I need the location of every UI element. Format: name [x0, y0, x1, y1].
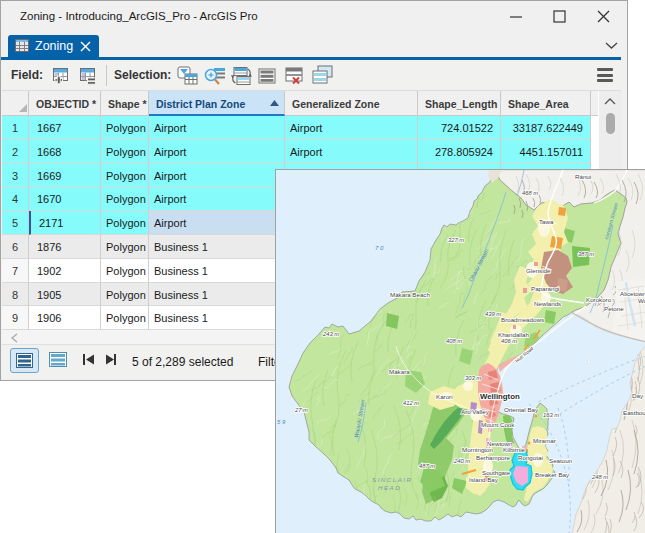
svg-text:Karori: Karori — [436, 393, 453, 400]
svg-text:5 9: 5 9 — [277, 419, 286, 425]
svg-text:Khandallah: Khandallah — [498, 331, 530, 338]
svg-text:Broadmeadows: Broadmeadows — [501, 316, 544, 323]
svg-text:406 m: 406 m — [501, 338, 517, 344]
svg-text:SINCLAIR: SINCLAIR — [372, 476, 413, 483]
svg-text:412 m: 412 m — [403, 400, 419, 406]
svg-text:387 m: 387 m — [578, 251, 594, 257]
svg-text:408 m: 408 m — [446, 338, 462, 344]
svg-text:487 m: 487 m — [419, 463, 435, 469]
svg-text:Day: Day — [632, 392, 644, 399]
svg-text:Kilbirnie: Kilbirnie — [503, 446, 526, 453]
svg-text:303 m: 303 m — [465, 375, 481, 381]
svg-text:Glenside: Glenside — [526, 267, 551, 274]
svg-text:240 m: 240 m — [453, 458, 470, 464]
svg-text:Newlands: Newlands — [534, 300, 561, 307]
svg-text:Eastbou: Eastbou — [623, 409, 645, 416]
svg-text:7 0: 7 0 — [375, 245, 384, 251]
svg-text:327 m: 327 m — [448, 237, 464, 243]
svg-text:Rongotai: Rongotai — [518, 454, 543, 461]
svg-text:27 m: 27 m — [294, 407, 308, 413]
svg-text:Korokoro: Korokoro — [586, 296, 612, 303]
svg-text:Southgate: Southgate — [482, 469, 511, 476]
svg-text:Rānui: Rānui — [575, 173, 591, 180]
svg-text:Paparangi: Paparangi — [531, 285, 559, 292]
svg-text:Oriental Bay: Oriental Bay — [504, 406, 539, 413]
svg-text:Miramar: Miramar — [533, 437, 556, 444]
svg-text:HEAD: HEAD — [378, 484, 401, 491]
svg-text:Breaker Bay: Breaker Bay — [535, 471, 570, 478]
svg-text:Alicetown: Alicetown — [620, 290, 645, 297]
svg-text:Aro Valley: Aro Valley — [461, 408, 490, 415]
svg-text:Tawa: Tawa — [539, 218, 554, 225]
svg-text:Island Bay: Island Bay — [469, 476, 499, 483]
svg-text:Wo: Wo — [638, 297, 645, 304]
svg-text:Mornington: Mornington — [462, 446, 494, 453]
svg-text:248 m: 248 m — [591, 474, 608, 480]
svg-text:243 m: 243 m — [322, 331, 339, 337]
svg-text:Petone: Petone — [604, 305, 624, 312]
svg-text:163 m: 163 m — [543, 412, 559, 418]
svg-text:Mākara: Mākara — [389, 368, 410, 375]
svg-text:Mount Cook: Mount Cook — [481, 421, 515, 428]
svg-text:Berhampore: Berhampore — [476, 454, 511, 461]
svg-text:Seatoun: Seatoun — [549, 457, 573, 464]
svg-text:Wellington: Wellington — [480, 392, 520, 401]
svg-text:Mākara Beach: Mākara Beach — [390, 291, 430, 298]
svg-text:439 m: 439 m — [485, 311, 501, 317]
svg-text:468 m: 468 m — [522, 190, 538, 196]
